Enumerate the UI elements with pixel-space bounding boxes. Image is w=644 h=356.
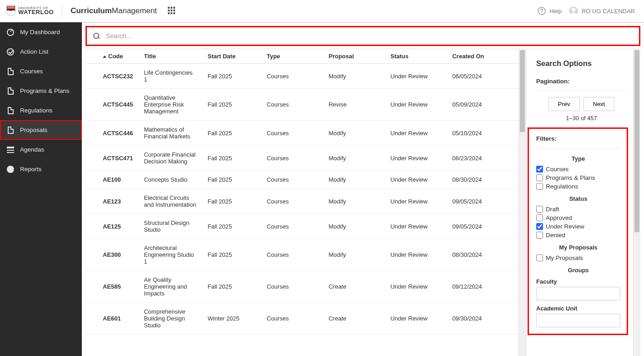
agenda-icon bbox=[6, 146, 15, 154]
university-name: UNIVERSITY OF WATERLOO bbox=[18, 7, 54, 15]
options-divider bbox=[536, 90, 627, 91]
table-row[interactable]: AE123 Electrical Circuits and Instrument… bbox=[86, 189, 518, 214]
search-icon bbox=[93, 33, 100, 39]
filter-type-checkbox[interactable] bbox=[536, 174, 543, 181]
filter-type-checkbox[interactable] bbox=[536, 183, 543, 190]
svg-point-3 bbox=[12, 7, 13, 8]
col-created-on[interactable]: Created On bbox=[447, 49, 518, 64]
prev-button[interactable]: Prev bbox=[548, 97, 580, 111]
options-scrollbar[interactable] bbox=[633, 49, 640, 356]
cell-title: Corporate Financial Decision Making bbox=[138, 146, 202, 171]
academic-unit-input[interactable] bbox=[536, 314, 620, 327]
table-scrollbar[interactable] bbox=[518, 49, 526, 356]
app-title[interactable]: CurriculumManagement bbox=[70, 6, 157, 15]
sidebar-item-actionlist[interactable]: Action List bbox=[0, 42, 82, 61]
shield-icon bbox=[6, 5, 15, 16]
sidebar-item-proposals[interactable]: Proposals bbox=[0, 120, 82, 140]
cell-created: 05/09/2024 bbox=[447, 89, 518, 121]
sidebar-item-courses[interactable]: Courses bbox=[0, 61, 82, 81]
cell-code: AE125 bbox=[86, 214, 138, 239]
top-header: UNIVERSITY OF WATERLOO CurriculumManagem… bbox=[0, 0, 644, 22]
search-input[interactable] bbox=[106, 32, 633, 40]
col-title[interactable]: Title bbox=[138, 49, 202, 64]
sidebar-nav: My Dashboard Action List Courses Program… bbox=[0, 22, 82, 356]
sidebar-item-label: Action List bbox=[20, 48, 48, 55]
col-start-date[interactable]: Start Date bbox=[202, 49, 261, 64]
filter-myproposals-checkbox[interactable] bbox=[536, 254, 543, 261]
cell-status: Under Review bbox=[385, 214, 447, 239]
filter-type-row: Courses bbox=[536, 166, 620, 173]
filter-status-checkbox[interactable] bbox=[536, 214, 543, 221]
sidebar-item-reports[interactable]: Reports bbox=[0, 159, 82, 179]
cell-created: 09/30/2024 bbox=[447, 303, 518, 335]
search-bar bbox=[86, 26, 640, 46]
cell-proposal: Modify bbox=[323, 146, 385, 171]
table-row[interactable]: AE100 Concepts Studio Fall 2025 Courses … bbox=[86, 171, 518, 189]
sidebar-item-programs[interactable]: Programs & Plans bbox=[0, 81, 82, 101]
cell-status: Under Review bbox=[385, 146, 447, 171]
faculty-label: Faculty bbox=[536, 278, 620, 285]
filters-box: Filters: Type CoursesPrograms & PlansReg… bbox=[528, 127, 628, 335]
academic-unit-label: Academic Unit bbox=[536, 305, 620, 312]
cell-type: Courses bbox=[261, 214, 323, 239]
filter-group-groups: Groups bbox=[536, 267, 620, 274]
cell-proposal: Create bbox=[323, 303, 385, 335]
filter-status-checkbox[interactable] bbox=[536, 223, 543, 230]
filter-type-label: Regulations bbox=[546, 183, 578, 190]
col-type[interactable]: Type bbox=[261, 49, 323, 64]
filter-type-checkbox[interactable] bbox=[536, 166, 543, 173]
cell-proposal: Modify bbox=[323, 121, 385, 146]
faculty-input[interactable] bbox=[536, 287, 620, 300]
cell-status: Under Review bbox=[385, 121, 447, 146]
filters-heading: Filters: bbox=[536, 135, 620, 142]
table-row[interactable]: ACTSC445 Quantitative Enterprise Risk Ma… bbox=[86, 89, 518, 121]
filter-myproposals-row: My Proposals bbox=[536, 254, 620, 261]
sidebar-item-agendas[interactable]: Agendas bbox=[0, 140, 82, 159]
filter-type-row: Regulations bbox=[536, 183, 620, 190]
table-row[interactable]: AE585 Air Quality Engineering and Impact… bbox=[86, 271, 518, 303]
cell-start-date: Fall 2025 bbox=[202, 121, 261, 146]
cell-title: Comprehensive Building Design Studio bbox=[138, 303, 202, 335]
cell-code: AE100 bbox=[86, 171, 138, 189]
help-link[interactable]: ? Help bbox=[538, 7, 562, 15]
apps-grid-icon[interactable] bbox=[168, 7, 176, 15]
col-proposal[interactable]: Proposal bbox=[323, 49, 385, 64]
cell-created: 05/10/2024 bbox=[447, 121, 518, 146]
university-logo[interactable]: UNIVERSITY OF WATERLOO bbox=[6, 5, 54, 16]
table-row[interactable]: AE125 Structural Design Studio Fall 2025… bbox=[86, 214, 518, 239]
cell-created: 06/05/2024 bbox=[447, 64, 518, 89]
table-row[interactable]: ACTSC446 Mathematics of Financial Market… bbox=[86, 121, 518, 146]
table-row[interactable]: ACTSC471 Corporate Financial Decision Ma… bbox=[86, 146, 518, 171]
cell-created: 08/23/2024 bbox=[447, 146, 518, 171]
filter-status-row: Approved bbox=[536, 214, 620, 221]
cell-type: Courses bbox=[261, 271, 323, 303]
sidebar-item-regulations[interactable]: Regulations bbox=[0, 101, 82, 120]
table-row[interactable]: AE300 Architectural Engineering Studio 1… bbox=[86, 239, 518, 271]
cell-start-date: Fall 2025 bbox=[202, 189, 261, 214]
sidebar-item-label: Regulations bbox=[20, 107, 52, 114]
next-button[interactable]: Next bbox=[584, 97, 615, 111]
sidebar-item-dashboard[interactable]: My Dashboard bbox=[0, 22, 82, 42]
cell-status: Under Review bbox=[385, 89, 447, 121]
table-row[interactable]: ACTSC232 Life Contingencies 1 Fall 2025 … bbox=[86, 64, 518, 89]
cell-start-date: Fall 2025 bbox=[202, 146, 261, 171]
pagination-label: Pagination: bbox=[536, 78, 627, 85]
user-menu[interactable]: RO UG CALENDAR bbox=[569, 6, 635, 15]
check-circle-icon bbox=[6, 48, 15, 56]
table-row[interactable]: AE601 Comprehensive Building Design Stud… bbox=[86, 303, 518, 335]
cell-proposal: Modify bbox=[323, 239, 385, 271]
cell-start-date: Fall 2025 bbox=[202, 171, 261, 189]
proposals-table-wrap[interactable]: Code Title Start Date Type Proposal Stat… bbox=[86, 49, 518, 356]
col-code[interactable]: Code bbox=[86, 49, 138, 64]
filter-status-checkbox[interactable] bbox=[536, 232, 543, 239]
filter-status-row: Draft bbox=[536, 206, 620, 213]
filter-status-label: Approved bbox=[546, 214, 572, 221]
cell-created: 09/05/2024 bbox=[447, 189, 518, 214]
sidebar-item-label: Proposals bbox=[20, 127, 47, 133]
header-divider bbox=[62, 5, 62, 17]
proposals-table: Code Title Start Date Type Proposal Stat… bbox=[86, 49, 518, 335]
cell-type: Courses bbox=[261, 146, 323, 171]
top-header-left: UNIVERSITY OF WATERLOO CurriculumManagem… bbox=[6, 5, 176, 17]
col-status[interactable]: Status bbox=[385, 49, 447, 64]
filter-status-checkbox[interactable] bbox=[536, 206, 543, 213]
